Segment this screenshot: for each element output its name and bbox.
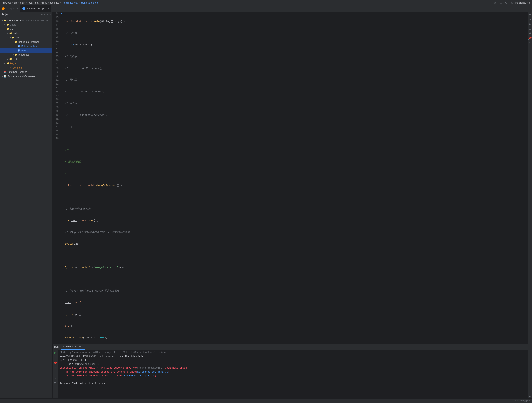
sidebar-title: Project xyxy=(1,13,10,16)
label-referencetest: ReferenceTest xyxy=(21,45,38,48)
link-main[interactable]: ReferenceTest.java:18 xyxy=(124,374,155,378)
right-icon-2[interactable]: ⚙ xyxy=(528,17,532,21)
code-line-39: System.gc(); xyxy=(64,312,528,316)
run-play-button[interactable]: ▶ xyxy=(53,351,57,355)
right-icon-3[interactable]: ◉ xyxy=(528,22,532,26)
gutter-40[interactable]: ▾ xyxy=(60,113,64,117)
gutter-42[interactable]: ▾ xyxy=(60,121,64,125)
label-main: main xyxy=(13,32,18,35)
gutter: ▶ · · · · · · · · · · ▾ · · ▾ · · xyxy=(60,12,64,342)
user-tab-close[interactable]: ✕ xyxy=(17,7,18,10)
right-icon-6[interactable]: 📌 xyxy=(528,36,532,40)
right-icon-1[interactable]: ≡ xyxy=(528,13,532,17)
label-democode: DemoCode ~/Desktop/project/DemoCoc xyxy=(7,19,48,22)
arrow-referencetest xyxy=(14,45,17,47)
right-icon-4[interactable]: ⬡ xyxy=(528,26,532,31)
label-test: test xyxy=(13,58,17,60)
horizontal-scrollbar[interactable] xyxy=(53,342,528,344)
structure-button[interactable]: ☰ xyxy=(499,1,503,5)
arrow-idea: ▾ xyxy=(4,23,6,26)
gutter-14[interactable]: ▶ xyxy=(60,12,64,16)
arrow-src: ▾ xyxy=(4,27,6,30)
run-header: Run: ▶ ReferenceTest ✕ xyxy=(53,344,528,350)
right-icon-5[interactable]: 🖨 xyxy=(528,31,532,36)
code-line-31: User user = new User(); xyxy=(64,219,528,223)
code-scroll[interactable]: 14 15 16 17 18 19 20 21 22 23 24 25 26 2… xyxy=(53,12,528,342)
locate-icon[interactable]: ⊕ xyxy=(41,13,43,16)
gutter-25[interactable]: ▾ xyxy=(60,55,64,58)
ref-tab-label: ReferenceTest.java xyxy=(26,7,46,10)
label-scratches: Scratches and Consoles xyxy=(7,75,35,78)
arrow-external-libs: ▸ xyxy=(1,71,4,73)
code-line-37: // 将user 赋值为null 再次gc 看是否被回收 xyxy=(64,289,528,293)
tab-user[interactable]: User.java ✕ xyxy=(0,6,20,12)
run-pin-button[interactable]: 📌 xyxy=(53,361,57,365)
svg-text:▶: ▶ xyxy=(63,346,64,348)
code-line-23: } xyxy=(64,125,528,129)
run-output[interactable]: /Library/Java/JavaVirtualMachines/jdk1.8… xyxy=(58,350,528,398)
run-delete-button[interactable]: 🗑 xyxy=(53,381,57,385)
tree-item-resources[interactable]: ▾ 📁 resources xyxy=(0,52,52,57)
icon-idea: 📁 xyxy=(6,23,9,26)
tree-item-src[interactable]: ▾ 📁 src xyxy=(0,27,52,31)
settings-button[interactable]: ⚙ xyxy=(504,1,508,5)
code-line-34 xyxy=(64,254,528,258)
right-icon-bottom[interactable]: ◐ xyxy=(528,394,532,398)
tree-item-test[interactable]: ▸ 📁 test xyxy=(0,57,52,61)
sidebar-header: Project ⊕ ≡ ⚙ ✕ xyxy=(0,12,52,17)
ref-tab-close[interactable]: ✕ xyxy=(48,7,49,10)
label-target: target xyxy=(10,62,17,65)
arrow-user xyxy=(14,49,17,52)
tree-item-package[interactable]: ▾ 📁 net.demo.renfence xyxy=(0,40,52,44)
icon-democode: 📁 xyxy=(4,19,7,22)
tree-item-pomxml[interactable]: m pom.xml xyxy=(0,65,52,70)
run-align-button[interactable]: ≡ xyxy=(53,366,57,370)
label-idea: .idea xyxy=(10,23,16,26)
tree-item-java[interactable]: ▾ 📁 java xyxy=(0,35,52,40)
icon-scratches: 📝 xyxy=(4,75,7,78)
output-line-2: 内存不足后对象: null xyxy=(60,358,526,362)
code-line-35: System.out.println("===gc后的user: "+user)… xyxy=(64,266,528,269)
code-line-27: */ xyxy=(64,172,528,176)
close-button[interactable]: ✕ xyxy=(510,1,514,5)
filter-icon[interactable]: ⚙ xyxy=(47,13,48,16)
sidebar: Project ⊕ ≡ ⚙ ✕ ▾ 📁 DemoCode ~/Desktop/p… xyxy=(0,12,53,398)
expand-icon[interactable]: ✕ xyxy=(49,13,51,16)
gutter-28[interactable]: ▾ xyxy=(60,66,64,70)
tree-item-idea[interactable]: ▾ 📁 .idea xyxy=(0,22,52,27)
label-resources: resources xyxy=(18,53,29,56)
output-line-4: Exception in thread "main" java.lang.Out… xyxy=(60,366,526,370)
tab-referencetest[interactable]: ReferenceTest.java ✕ xyxy=(20,6,51,12)
code-line-17: // 软引用 xyxy=(64,55,528,58)
icon-target: 📁 xyxy=(6,62,9,65)
output-line-3: =====user 被标记要回收了哦！！！ xyxy=(60,362,526,366)
run-down-button[interactable]: ↓ xyxy=(53,356,57,360)
ref-tab-icon xyxy=(22,7,25,10)
right-icon-7[interactable]: ⬆ xyxy=(528,41,532,45)
arrow-democode: ▾ xyxy=(1,19,4,22)
code-content[interactable]: public static void main(String[] args) {… xyxy=(64,12,528,342)
tree-item-target[interactable]: ▸ 📁 target xyxy=(0,61,52,65)
tree-item-external-libs[interactable]: ▸ 📚 External Libraries xyxy=(0,70,52,74)
tree-item-user[interactable]: C User xyxy=(0,48,52,52)
bottom-right-text: CSDN @小知同学 xyxy=(513,399,531,402)
sync-button[interactable]: ⟳ xyxy=(493,1,497,5)
arrow-test: ▸ xyxy=(6,58,9,60)
code-line-14: public static void main(String[] args) { xyxy=(64,20,528,23)
icon-src: 📁 xyxy=(6,27,9,31)
output-line-7 xyxy=(60,378,526,382)
tree-item-scratches[interactable]: ▸ 📝 Scratches and Consoles xyxy=(0,74,52,78)
run-print-button[interactable]: 🖨 xyxy=(53,376,57,380)
line-numbers: 14 15 16 17 18 19 20 21 22 23 24 25 26 2… xyxy=(53,12,60,342)
run-tab-close[interactable]: ✕ xyxy=(82,345,84,348)
run-tab-referencetest[interactable]: ▶ ReferenceTest ✕ xyxy=(61,344,85,350)
tree-item-democode[interactable]: ▾ 📁 DemoCode ~/Desktop/project/DemoCoc xyxy=(0,18,52,22)
collapse-icon[interactable]: ≡ xyxy=(44,13,46,16)
run-wrap-button[interactable]: ↩ xyxy=(53,371,57,375)
label-external-libs: External Libraries xyxy=(7,71,27,73)
code-line-26: * 强引用测试 xyxy=(64,160,528,164)
link-softreference[interactable]: ReferenceTest.java:70 xyxy=(137,370,168,374)
tree-item-referencetest[interactable]: C ReferenceTest xyxy=(0,44,52,48)
code-line-29 xyxy=(64,195,528,199)
tree-item-main[interactable]: ▾ 📁 main xyxy=(0,31,52,35)
